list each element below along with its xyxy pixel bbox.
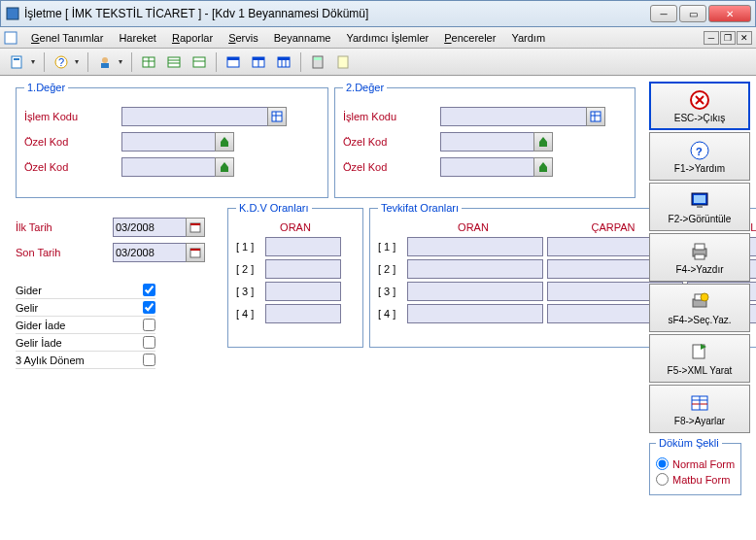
tool-grid-1[interactable] [137, 51, 160, 73]
svg-rect-0 [7, 8, 18, 19]
tool-table-3[interactable] [272, 51, 295, 73]
dokum-legend: Döküm Şekli [656, 437, 722, 449]
toolbar: ▾ ? ▾ ▾ [0, 49, 756, 76]
ilk-tarih-picker[interactable] [186, 218, 205, 237]
tool-1[interactable] [6, 51, 29, 73]
close-red-icon [688, 88, 711, 112]
islem-kodu-1-lookup[interactable] [267, 107, 287, 126]
f2-goruntule-button[interactable]: F2->Görüntüle [649, 183, 750, 231]
close-button[interactable]: ✕ [708, 5, 751, 22]
islem-kodu-1-label: İşlem Kodu [24, 111, 121, 122]
tev-oran-4[interactable] [407, 304, 543, 323]
svg-rect-7 [101, 63, 109, 68]
son-tarih-picker[interactable] [186, 243, 205, 262]
ozel-kod-1b-input[interactable] [121, 157, 215, 177]
tool-calc[interactable] [306, 51, 329, 73]
ozel-kod-1a-input[interactable] [121, 132, 215, 152]
tool-help-drop[interactable]: ▾ [75, 57, 83, 66]
tool-table-1[interactable] [222, 51, 245, 73]
islem-kodu-2-label: İşlem Kodu [343, 111, 440, 122]
ozel-kod-2b-label: Özel Kod [343, 161, 440, 173]
svg-rect-19 [253, 57, 264, 60]
chk-gelir[interactable] [143, 301, 155, 314]
tool-notes[interactable] [331, 51, 355, 73]
screen-icon [688, 189, 711, 213]
minimize-button[interactable]: ─ [650, 5, 677, 22]
kdv-oran-4[interactable] [265, 304, 341, 323]
tool-help[interactable]: ? [50, 51, 73, 73]
esc-cikis-button[interactable]: ESC->Çıkış [649, 82, 750, 130]
ozel-kod-2a-lookup[interactable] [533, 132, 553, 152]
svg-rect-3 [14, 58, 19, 60]
kdv-oran-1[interactable] [265, 237, 341, 256]
svg-rect-38 [539, 142, 547, 147]
ozel-kod-1a-lookup[interactable] [215, 132, 234, 152]
tev-idx-3: [ 3 ] [378, 286, 403, 297]
menu-hareket[interactable]: Hareket [111, 30, 164, 46]
tev-oran-1[interactable] [407, 237, 543, 256]
ozel-kod-2b-lookup[interactable] [533, 157, 553, 177]
ozel-kod-2a-label: Özel Kod [343, 136, 440, 148]
menu-beyanname[interactable]: Beyanname [266, 30, 339, 46]
chk-gelir-iade[interactable] [143, 336, 155, 349]
svg-rect-52 [694, 195, 705, 203]
tev-oran-2[interactable] [407, 259, 543, 279]
svg-marker-39 [539, 137, 547, 142]
tool-table-2[interactable] [247, 51, 270, 73]
chk-gider[interactable] [143, 284, 155, 296]
kdv-oran-2[interactable] [265, 259, 341, 279]
f8-ayarlar-button[interactable]: F8->Ayarlar [649, 385, 750, 433]
app-icon [5, 6, 20, 21]
kdv-oran-3[interactable] [265, 282, 341, 301]
svg-point-59 [701, 293, 708, 301]
menu-raporlar[interactable]: Raporlar [164, 30, 221, 46]
tool-user[interactable] [93, 51, 117, 73]
svg-rect-26 [314, 57, 322, 60]
son-tarih-input[interactable] [113, 243, 187, 262]
tev-hdr-oran: ORAN [403, 221, 543, 233]
ilk-tarih-input[interactable] [113, 218, 187, 237]
chk-3aylik[interactable] [143, 354, 155, 366]
tev-idx-2: [ 2 ] [378, 263, 403, 275]
ilk-tarih-label: İlk Tarih [16, 221, 113, 233]
ozel-kod-1b-lookup[interactable] [215, 157, 234, 177]
islem-kodu-2-lookup[interactable] [586, 107, 605, 126]
svg-marker-34 [221, 162, 228, 167]
printer-icon [688, 240, 711, 263]
sf4-sec-yaz-button[interactable]: sF4->Seç.Yaz. [649, 284, 750, 332]
chk-gider-iade[interactable] [143, 319, 155, 331]
left-column: İlk Tarih Son Tarih Gider Gelir Gider İa… [16, 218, 220, 369]
mdi-restore-button[interactable]: ❐ [720, 31, 736, 45]
tool-1-drop[interactable]: ▾ [31, 57, 39, 66]
menu-pencereler[interactable]: Pencereler [436, 30, 503, 46]
f1-yardim-button[interactable]: ? F1->Yardım [649, 132, 750, 181]
menu-servis[interactable]: Servis [221, 30, 266, 46]
tool-grid-2[interactable] [162, 51, 186, 73]
radio-normal-form[interactable] [656, 457, 669, 470]
kdv-idx-2: [ 2 ] [236, 263, 261, 275]
svg-rect-40 [539, 167, 547, 172]
f4-yazdir-button[interactable]: F4->Yazdır [649, 233, 750, 282]
maximize-button[interactable]: ▭ [679, 5, 706, 22]
svg-rect-28 [272, 112, 282, 121]
group-2-legend: 2.Değer [343, 82, 387, 93]
tev-oran-3[interactable] [407, 282, 543, 301]
svg-rect-31 [221, 142, 228, 147]
radio-matbu-form[interactable] [656, 473, 669, 486]
ozel-kod-2b-input[interactable] [440, 157, 533, 177]
menu-yardim[interactable]: Yardım [503, 30, 553, 46]
group-1-legend: 1.Değer [24, 82, 68, 93]
svg-rect-17 [227, 57, 239, 60]
islem-kodu-1-input[interactable] [121, 107, 267, 126]
ozel-kod-2a-input[interactable] [440, 132, 533, 152]
menu-yardimci-islemler[interactable]: Yardımcı İşlemler [338, 30, 436, 46]
svg-text:?: ? [696, 146, 703, 157]
mdi-close-button[interactable]: ✕ [737, 31, 752, 45]
islem-kodu-2-input[interactable] [440, 107, 586, 126]
mdi-minimize-button[interactable]: ─ [704, 31, 719, 45]
kdv-idx-4: [ 4 ] [236, 308, 261, 320]
tool-user-drop[interactable]: ▾ [119, 57, 126, 66]
menu-genel-tanimlar[interactable]: Genel Tanımlar [23, 30, 111, 46]
tool-grid-3[interactable] [188, 51, 211, 73]
f5-xml-button[interactable]: F5->XML Yarat [649, 334, 750, 383]
